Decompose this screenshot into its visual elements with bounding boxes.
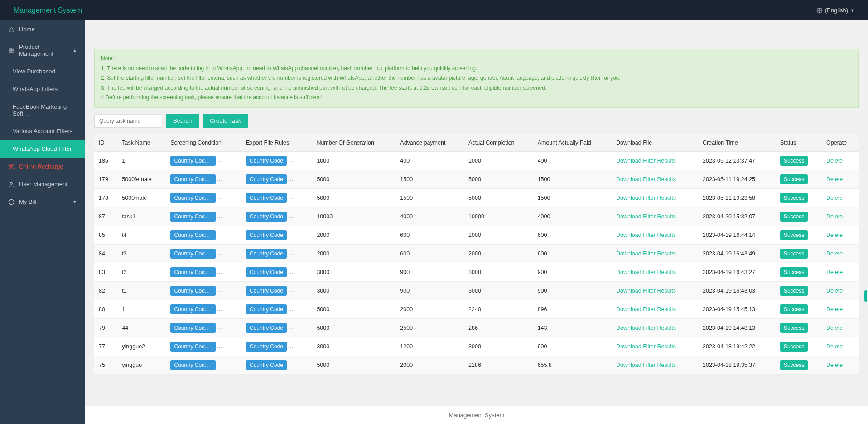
delete-link[interactable]: Delete [826, 176, 843, 183]
cell-download: Download Filter Results [612, 263, 698, 281]
cell-operate: Delete [822, 263, 859, 281]
sidebar-item-online-recharge[interactable]: Online Recharge [0, 158, 85, 175]
cell-num-gen: 3000 [312, 281, 395, 300]
delete-link[interactable]: Delete [826, 306, 843, 313]
download-link[interactable]: Download Filter Results [616, 251, 676, 257]
cell-operate: Delete [822, 207, 859, 226]
cell-num-gen: 10000 [312, 207, 395, 226]
sidebar-item-whatsapp-cloud-filter[interactable]: WhatsApp Cloud Filter [0, 140, 85, 158]
download-link[interactable]: Download Filter Results [616, 269, 676, 275]
export-tag: Country Code [246, 304, 287, 314]
cell-id: 87 [94, 207, 117, 226]
screening-tag: Country Code[44] [170, 267, 216, 277]
delete-link[interactable]: Delete [826, 195, 843, 201]
language-selector[interactable]: (English) ▼ [816, 7, 854, 14]
cell-task-name: 1 [117, 151, 166, 170]
delete-link[interactable]: Delete [826, 362, 843, 368]
cell-actual: 2000 [464, 226, 533, 244]
sidebar-item-label: Online Recharge [19, 163, 63, 170]
cell-num-gen: 5000 [312, 188, 395, 207]
cell-status: Success [776, 226, 822, 244]
sidebar-item-view-purchased[interactable]: View Purchased [0, 63, 85, 80]
note-line: 1. There is no need to scan the code to … [101, 64, 852, 74]
col-status: Status [776, 134, 822, 152]
delete-link[interactable]: Delete [826, 232, 843, 238]
export-tag: Country Code [246, 323, 287, 333]
delete-link[interactable]: Delete [826, 213, 843, 220]
svg-rect-3 [9, 51, 11, 53]
download-link[interactable]: Download Filter Results [616, 362, 676, 368]
download-link[interactable]: Download Filter Results [616, 158, 676, 164]
scrollbar[interactable] [864, 20, 867, 406]
delete-link[interactable]: Delete [826, 269, 843, 275]
toolbar: Search Create Task [94, 114, 859, 128]
ellipsis-icon: … [217, 361, 222, 368]
ellipsis-icon: … [288, 324, 294, 331]
cell-id: 75 [94, 356, 117, 374]
export-tag: Country Code [246, 212, 287, 222]
download-link[interactable]: Download Filter Results [616, 343, 676, 350]
sidebar-item-product-management[interactable]: Product Management ▲ [0, 38, 85, 63]
cell-operate: Delete [822, 226, 859, 244]
cell-screening: Country Code[44]… [166, 263, 241, 281]
note-line: 4.Before performing the screening task, … [101, 93, 852, 103]
cell-task-name: yingguo [117, 356, 166, 374]
cell-paid: 900 [533, 337, 612, 356]
download-link[interactable]: Download Filter Results [616, 176, 676, 183]
cell-advance: 900 [395, 281, 464, 300]
sidebar-item-various-account-filters[interactable]: Various Account Filters [0, 122, 85, 140]
cell-id: 85 [94, 226, 117, 244]
col-download-file: Download File [612, 134, 698, 152]
cell-paid: 143 [533, 318, 612, 337]
cell-task-name: task1 [117, 207, 166, 226]
cell-actual: 2000 [464, 244, 533, 263]
cell-created: 2023-04-18 19:35:37 [698, 356, 776, 374]
status-badge: Success [780, 174, 808, 184]
download-link[interactable]: Download Filter Results [616, 213, 676, 220]
cell-screening: Country Code[91]… [166, 170, 241, 188]
user-icon [8, 181, 14, 188]
screening-tag: Country Code[91] [170, 193, 216, 203]
scrollbar-thumb[interactable] [864, 290, 867, 302]
dollar-icon [8, 164, 14, 170]
download-link[interactable]: Download Filter Results [616, 306, 676, 313]
sidebar-item-home[interactable]: Home [0, 20, 85, 38]
delete-link[interactable]: Delete [826, 251, 843, 257]
delete-link[interactable]: Delete [826, 158, 843, 164]
cell-status: Success [776, 300, 822, 318]
search-input[interactable] [94, 114, 162, 128]
download-link[interactable]: Download Filter Results [616, 325, 676, 331]
ellipsis-icon: … [288, 306, 294, 312]
sidebar-item-user-management[interactable]: User Management [0, 175, 85, 193]
delete-link[interactable]: Delete [826, 288, 843, 294]
sidebar-item-facebook-marketing[interactable]: FaceBook Marketing Soft… [0, 98, 85, 122]
sidebar-item-my-bill[interactable]: My Bill ▼ [0, 193, 85, 211]
download-link[interactable]: Download Filter Results [616, 195, 676, 201]
sidebar-item-whatsapp-filters[interactable]: WhatsApp Filters [0, 80, 85, 98]
cell-task-name: 5000female [117, 170, 166, 188]
ellipsis-icon: … [288, 176, 294, 182]
cell-actual: 3000 [464, 281, 533, 300]
ellipsis-icon: … [288, 269, 294, 275]
cell-actual: 3000 [464, 337, 533, 356]
table-row: 801Country Code[44]…Country Code…5000200… [94, 300, 859, 318]
chevron-up-icon: ▲ [72, 48, 77, 53]
create-task-button[interactable]: Create Task [203, 114, 248, 128]
delete-link[interactable]: Delete [826, 325, 843, 331]
search-button[interactable]: Search [166, 114, 199, 128]
download-link[interactable]: Download Filter Results [616, 232, 676, 238]
delete-link[interactable]: Delete [826, 343, 843, 350]
cell-task-name: 5000male [117, 188, 166, 207]
cell-export-rules: Country Code… [241, 337, 312, 356]
cell-advance: 2500 [395, 318, 464, 337]
cell-advance: 400 [395, 151, 464, 170]
cell-operate: Delete [822, 188, 859, 207]
table-row: 7944Country Code[44]…Country Code…500025… [94, 318, 859, 337]
screening-tag: Country Code[44] [170, 212, 216, 222]
cell-paid: 655.8 [533, 356, 612, 374]
ellipsis-icon: … [217, 287, 222, 294]
cell-download: Download Filter Results [612, 188, 698, 207]
download-link[interactable]: Download Filter Results [616, 288, 676, 294]
table-header-row: ID Task Name Screening Condition Export … [94, 134, 859, 152]
cell-actual: 2240 [464, 300, 533, 318]
